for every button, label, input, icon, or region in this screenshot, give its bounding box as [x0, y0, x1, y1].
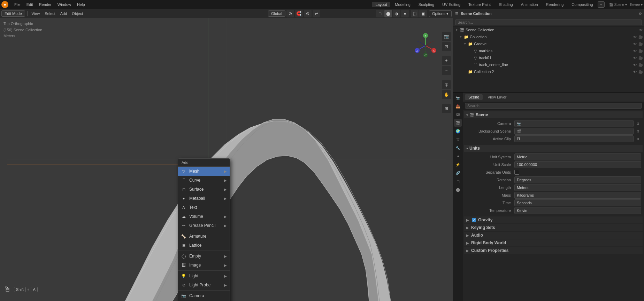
- workspace-tab-shading[interactable]: Shading: [495, 2, 516, 7]
- outliner-item-groove[interactable]: ▾ 📁 Groove 👁 🎥: [453, 40, 644, 47]
- col2-eye[interactable]: 👁: [633, 70, 637, 74]
- marbles-eye[interactable]: 👁: [633, 49, 637, 53]
- workspace-tab-compositing[interactable]: Compositing: [568, 2, 596, 7]
- zoom-out-btn[interactable]: −: [442, 66, 451, 75]
- rigid-body-header[interactable]: ▶ Rigid Body World: [464, 239, 643, 246]
- marbles-render[interactable]: 🎥: [638, 49, 643, 53]
- overlays-btn[interactable]: ⬚: [411, 10, 419, 17]
- props-search-input[interactable]: [465, 103, 642, 109]
- custom-props-header[interactable]: ▶ Custom Properties: [464, 247, 643, 254]
- transform-selector[interactable]: Global: [268, 10, 285, 17]
- zoom-in-btn[interactable]: +: [442, 56, 451, 65]
- workspace-tab-layout[interactable]: Layout: [372, 2, 390, 7]
- menu-item-camera[interactable]: 📷 Camera: [178, 291, 230, 300]
- outliner-item-track01[interactable]: ▾ ▽ track01 👁 🎥: [453, 54, 644, 61]
- view-all-btn[interactable]: ⊡: [442, 42, 451, 51]
- unit-scale-value[interactable]: 100.000000: [514, 161, 641, 168]
- menu-item-image[interactable]: 🖼 Image ▶: [178, 261, 230, 270]
- tcl-eye[interactable]: 👁: [633, 63, 637, 67]
- menu-item-grease-pencil[interactable]: ✏ Grease Pencil ▶: [178, 221, 230, 230]
- menu-item-curve[interactable]: ⌒ Curve ▶: [178, 176, 230, 185]
- camera-value[interactable]: 📷: [514, 120, 634, 127]
- menu-item-surface[interactable]: ◻ Surface ▶: [178, 185, 230, 194]
- gravity-header[interactable]: ▶ ✓ Gravity: [464, 216, 643, 223]
- bg-scene-props-btn[interactable]: ⚙: [634, 128, 641, 135]
- scene-collection-vis[interactable]: 👁: [639, 28, 643, 32]
- outliner-item-collection[interactable]: ▾ 📁 Collection 👁 🎥: [453, 33, 644, 40]
- menu-item-metaball[interactable]: ● Metaball ▶: [178, 194, 230, 203]
- props-icon-particles[interactable]: ✦: [454, 152, 462, 160]
- outliner-item-marbles[interactable]: ▾ ▽ marbles 👁 🎥: [453, 47, 644, 54]
- props-icon-output[interactable]: 📤: [454, 102, 462, 110]
- col2-render[interactable]: 🎥: [638, 70, 643, 74]
- bg-scene-value[interactable]: 🎬: [514, 128, 634, 135]
- menu-item-light[interactable]: 💡 Light ▶: [178, 271, 230, 280]
- workspace-tab-modeling[interactable]: Modeling: [391, 2, 414, 7]
- workspace-tab-rendering[interactable]: Rendering: [543, 2, 567, 7]
- menu-help[interactable]: Help: [74, 2, 88, 7]
- outliner-search-input[interactable]: [455, 19, 642, 25]
- gravity-checkbox[interactable]: ✓: [472, 218, 476, 222]
- pan-btn[interactable]: ✋: [442, 90, 451, 99]
- view-selected-btn[interactable]: ◎: [442, 80, 451, 89]
- active-clip-value[interactable]: 🎞: [514, 135, 634, 142]
- workspace-add-btn[interactable]: +: [598, 1, 605, 8]
- outliner-filter-btn[interactable]: ⚙: [639, 12, 642, 16]
- tcl-render[interactable]: 🎥: [638, 63, 643, 67]
- menu-item-light-probe[interactable]: ⊕ Light Probe ▶: [178, 280, 230, 290]
- menu-edit[interactable]: Edit: [24, 2, 36, 7]
- navigation-gizmo[interactable]: Y X Z -Y: [412, 32, 439, 59]
- options-dropdown[interactable]: Options ▾: [429, 10, 452, 17]
- props-icon-material[interactable]: ⬤: [454, 186, 462, 193]
- scene-selector[interactable]: 🎬 Scene ▾: [609, 3, 627, 7]
- menu-item-armature[interactable]: 🦴 Armature: [178, 232, 230, 241]
- props-icon-scene[interactable]: 🎬: [454, 119, 462, 127]
- material-shading-btn[interactable]: ◑: [393, 10, 400, 17]
- mirror-icon[interactable]: ⇌: [313, 10, 320, 17]
- pivot-point-icon[interactable]: ⊙: [286, 10, 294, 17]
- xray-btn[interactable]: ▣: [419, 10, 427, 17]
- active-clip-props-btn[interactable]: ⚙: [634, 135, 641, 142]
- solid-shading-btn[interactable]: ⬤: [384, 10, 392, 17]
- scene-section-header[interactable]: ▾ 🎬 Scene: [464, 111, 643, 118]
- props-icon-object[interactable]: ▽: [454, 136, 462, 143]
- props-tab-viewlayer[interactable]: View Layer: [484, 94, 510, 100]
- outliner-item-track-center-line[interactable]: ▾ ⌒ track_center_line 👁 🎥: [453, 61, 644, 68]
- snap-toggle-icon[interactable]: 🧲: [295, 10, 303, 17]
- menu-render[interactable]: Render: [36, 2, 54, 7]
- menu-window[interactable]: Window: [55, 2, 74, 7]
- workspace-tab-uv[interactable]: UV Editing: [439, 2, 464, 7]
- length-value[interactable]: Meters: [514, 184, 641, 191]
- mass-value[interactable]: Kilograms: [514, 192, 641, 199]
- viewport-menu-select[interactable]: Select: [43, 11, 58, 16]
- menu-item-text[interactable]: A Text: [178, 203, 230, 212]
- props-tab-scene[interactable]: Scene: [465, 94, 483, 100]
- outliner-item-collection2[interactable]: ▶ 📁 Collection 2 👁 🎥: [453, 68, 644, 75]
- workspace-tab-texture[interactable]: Texture Paint: [465, 2, 494, 7]
- props-icon-world[interactable]: 🌍: [454, 127, 462, 135]
- props-icon-constraints[interactable]: 🔗: [454, 169, 462, 177]
- units-section-header[interactable]: ▾ Units: [464, 145, 643, 152]
- props-icon-physics[interactable]: ⚡: [454, 161, 462, 168]
- workspace-tab-animation[interactable]: Animation: [518, 2, 542, 7]
- temperature-value[interactable]: Kelvin: [514, 207, 641, 214]
- props-icon-modifiers[interactable]: 🔧: [454, 144, 462, 152]
- viewport-menu-view[interactable]: View: [30, 11, 42, 16]
- render-engine-selector[interactable]: Eevee ▾: [630, 3, 643, 7]
- menu-item-lattice[interactable]: ⊞ Lattice: [178, 241, 230, 250]
- workspace-tab-sculpting[interactable]: Sculpting: [415, 2, 438, 7]
- menu-item-volume[interactable]: ☁ Volume ▶: [178, 212, 230, 221]
- proportional-edit-icon[interactable]: ⊚: [304, 10, 312, 17]
- view-camera-btn[interactable]: 📷: [442, 32, 451, 41]
- viewport-menu-object[interactable]: Object: [70, 11, 85, 16]
- viewport-menu-add[interactable]: Add: [58, 11, 69, 16]
- props-icon-viewlayer[interactable]: 🖼: [454, 111, 462, 118]
- time-value[interactable]: Seconds: [514, 199, 641, 206]
- groove-eye[interactable]: 👁: [633, 42, 637, 46]
- mode-selector[interactable]: Edit Mode: [1, 10, 25, 17]
- track01-render[interactable]: 🎥: [638, 56, 643, 60]
- collection-render[interactable]: 🎥: [638, 35, 643, 39]
- audio-header[interactable]: ▶ Audio: [464, 232, 643, 239]
- unit-system-value[interactable]: Metric: [514, 153, 641, 160]
- keying-sets-header[interactable]: ▶ Keying Sets: [464, 224, 643, 231]
